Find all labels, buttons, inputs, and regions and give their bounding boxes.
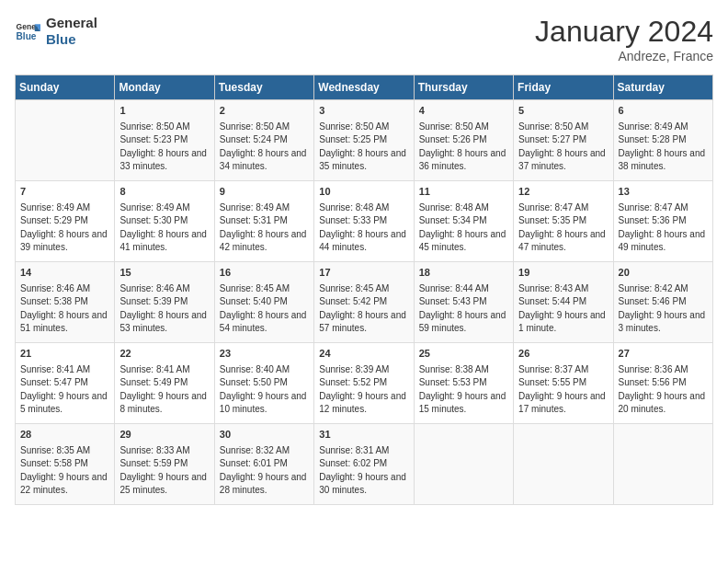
- day-number: 24: [319, 347, 408, 362]
- sunrise-text: Sunrise: 8:32 AM: [220, 444, 309, 458]
- sunrise-text: Sunrise: 8:38 AM: [419, 363, 508, 377]
- title-block: January 2024 Andreze, France: [535, 15, 713, 63]
- sunrise-text: Sunrise: 8:42 AM: [619, 282, 708, 296]
- calendar-cell: 22Sunrise: 8:41 AMSunset: 5:49 PMDayligh…: [115, 343, 214, 424]
- sunrise-text: Sunrise: 8:43 AM: [518, 282, 608, 296]
- daylight-text: Daylight: 8 hours and 34 minutes.: [220, 147, 309, 174]
- sunrise-text: Sunrise: 8:49 AM: [619, 121, 708, 134]
- sunset-text: Sunset: 5:43 PM: [419, 295, 508, 309]
- calendar-cell: 24Sunrise: 8:39 AMSunset: 5:52 PMDayligh…: [314, 343, 414, 424]
- day-number: 1: [119, 104, 209, 119]
- calendar-cell: 5Sunrise: 8:50 AMSunset: 5:27 PMDaylight…: [514, 100, 613, 181]
- calendar-cell: [514, 424, 613, 505]
- calendar-cell: 2Sunrise: 8:50 AMSunset: 5:24 PMDaylight…: [214, 100, 313, 181]
- daylight-text: Daylight: 9 hours and 10 minutes.: [220, 390, 309, 417]
- calendar-cell: 11Sunrise: 8:48 AMSunset: 5:34 PMDayligh…: [414, 181, 513, 262]
- calendar-cell: 1Sunrise: 8:50 AMSunset: 5:23 PMDaylight…: [115, 100, 214, 181]
- sunset-text: Sunset: 5:26 PM: [419, 133, 508, 147]
- logo: General Blue General Blue: [15, 15, 97, 48]
- calendar-cell: 14Sunrise: 8:46 AMSunset: 5:38 PMDayligh…: [16, 262, 115, 343]
- sunset-text: Sunset: 5:39 PM: [119, 295, 209, 309]
- sunset-text: Sunset: 6:02 PM: [319, 457, 408, 471]
- sunrise-text: Sunrise: 8:50 AM: [220, 121, 309, 134]
- day-number: 23: [220, 347, 309, 362]
- day-number: 5: [518, 104, 608, 119]
- day-number: 19: [518, 266, 608, 281]
- calendar-cell: 8Sunrise: 8:49 AMSunset: 5:30 PMDaylight…: [115, 181, 214, 262]
- sunrise-text: Sunrise: 8:49 AM: [20, 201, 109, 215]
- daylight-text: Daylight: 8 hours and 37 minutes.: [518, 147, 608, 174]
- day-number: 14: [20, 266, 109, 281]
- day-number: 15: [119, 266, 209, 281]
- day-number: 2: [220, 104, 309, 119]
- sunset-text: Sunset: 5:27 PM: [518, 133, 608, 147]
- sunset-text: Sunset: 5:56 PM: [619, 376, 708, 390]
- sunrise-text: Sunrise: 8:36 AM: [619, 363, 708, 377]
- sunset-text: Sunset: 5:59 PM: [119, 457, 209, 471]
- daylight-text: Daylight: 9 hours and 3 minutes.: [619, 309, 708, 336]
- day-number: 12: [518, 185, 608, 200]
- day-number: 4: [419, 104, 508, 119]
- daylight-text: Daylight: 8 hours and 41 minutes.: [119, 228, 209, 255]
- daylight-text: Daylight: 9 hours and 12 minutes.: [319, 390, 408, 417]
- location-subtitle: Andreze, France: [535, 49, 713, 63]
- sunset-text: Sunset: 5:34 PM: [419, 214, 508, 228]
- sunset-text: Sunset: 5:33 PM: [319, 214, 408, 228]
- calendar-cell: 10Sunrise: 8:48 AMSunset: 5:33 PMDayligh…: [314, 181, 414, 262]
- sunset-text: Sunset: 5:58 PM: [20, 457, 109, 471]
- calendar-cell: [414, 424, 513, 505]
- calendar-cell: 31Sunrise: 8:31 AMSunset: 6:02 PMDayligh…: [314, 424, 414, 505]
- sunset-text: Sunset: 5:38 PM: [20, 295, 109, 309]
- day-number: 31: [319, 428, 408, 442]
- daylight-text: Daylight: 8 hours and 42 minutes.: [220, 228, 309, 255]
- day-number: 28: [20, 428, 109, 442]
- sunset-text: Sunset: 5:53 PM: [419, 376, 508, 390]
- day-number: 6: [619, 104, 708, 119]
- calendar-cell: 4Sunrise: 8:50 AMSunset: 5:26 PMDaylight…: [414, 100, 513, 181]
- daylight-text: Daylight: 8 hours and 53 minutes.: [119, 309, 209, 336]
- day-number: 25: [419, 347, 508, 362]
- calendar-week-row: 28Sunrise: 8:35 AMSunset: 5:58 PMDayligh…: [16, 424, 713, 505]
- logo-icon: General Blue: [15, 18, 40, 44]
- daylight-text: Daylight: 9 hours and 25 minutes.: [119, 471, 209, 498]
- calendar-cell: 12Sunrise: 8:47 AMSunset: 5:35 PMDayligh…: [514, 181, 613, 262]
- calendar-cell: [613, 424, 712, 505]
- calendar-cell: 16Sunrise: 8:45 AMSunset: 5:40 PMDayligh…: [214, 262, 313, 343]
- daylight-text: Daylight: 8 hours and 33 minutes.: [119, 147, 209, 174]
- daylight-text: Daylight: 9 hours and 28 minutes.: [220, 471, 309, 498]
- sunrise-text: Sunrise: 8:31 AM: [319, 444, 408, 458]
- sunset-text: Sunset: 5:23 PM: [119, 133, 209, 147]
- day-number: 30: [220, 428, 309, 442]
- calendar-cell: 25Sunrise: 8:38 AMSunset: 5:53 PMDayligh…: [414, 343, 513, 424]
- day-number: 3: [319, 104, 408, 119]
- sunset-text: Sunset: 5:50 PM: [220, 376, 309, 390]
- sunrise-text: Sunrise: 8:50 AM: [419, 121, 508, 134]
- daylight-text: Daylight: 8 hours and 38 minutes.: [619, 147, 708, 174]
- sunrise-text: Sunrise: 8:39 AM: [319, 363, 408, 377]
- calendar-week-row: 7Sunrise: 8:49 AMSunset: 5:29 PMDaylight…: [16, 181, 713, 262]
- weekday-header-friday: Friday: [514, 75, 613, 100]
- day-number: 9: [220, 185, 309, 200]
- calendar-cell: 28Sunrise: 8:35 AMSunset: 5:58 PMDayligh…: [16, 424, 115, 505]
- svg-text:Blue: Blue: [17, 31, 37, 41]
- daylight-text: Daylight: 8 hours and 54 minutes.: [220, 309, 309, 336]
- sunrise-text: Sunrise: 8:41 AM: [20, 363, 109, 377]
- sunrise-text: Sunrise: 8:46 AM: [119, 282, 209, 296]
- daylight-text: Daylight: 9 hours and 5 minutes.: [20, 390, 109, 417]
- sunset-text: Sunset: 5:55 PM: [518, 376, 608, 390]
- page-header: General Blue General Blue January 2024 A…: [15, 15, 713, 63]
- calendar-cell: 6Sunrise: 8:49 AMSunset: 5:28 PMDaylight…: [613, 100, 712, 181]
- calendar-cell: 18Sunrise: 8:44 AMSunset: 5:43 PMDayligh…: [414, 262, 513, 343]
- day-number: 26: [518, 347, 608, 362]
- sunrise-text: Sunrise: 8:50 AM: [518, 121, 608, 134]
- sunset-text: Sunset: 5:40 PM: [220, 295, 309, 309]
- sunrise-text: Sunrise: 8:33 AM: [119, 444, 209, 458]
- sunrise-text: Sunrise: 8:35 AM: [20, 444, 109, 458]
- weekday-header-saturday: Saturday: [613, 75, 712, 100]
- sunrise-text: Sunrise: 8:45 AM: [319, 282, 408, 296]
- calendar-cell: 3Sunrise: 8:50 AMSunset: 5:25 PMDaylight…: [314, 100, 414, 181]
- sunset-text: Sunset: 5:35 PM: [518, 214, 608, 228]
- sunrise-text: Sunrise: 8:50 AM: [119, 121, 209, 134]
- daylight-text: Daylight: 8 hours and 39 minutes.: [20, 228, 109, 255]
- calendar-week-row: 21Sunrise: 8:41 AMSunset: 5:47 PMDayligh…: [16, 343, 713, 424]
